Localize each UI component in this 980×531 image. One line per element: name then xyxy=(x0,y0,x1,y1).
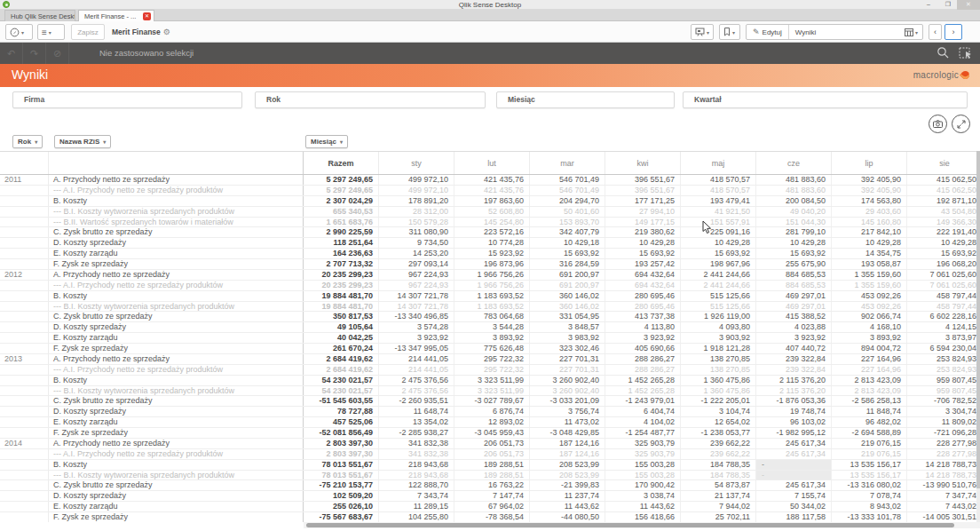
edit-label: Edytuj xyxy=(763,28,782,36)
column-header-lut[interactable]: lut xyxy=(454,152,530,174)
row-label-cell[interactable]: A. Przychody netto ze sprzedaży xyxy=(49,354,304,364)
scrollbar-thumb[interactable] xyxy=(306,523,954,527)
pivot-chip-rok[interactable]: Rok▾ xyxy=(12,135,43,148)
row-label-cell[interactable]: D. Koszty sprzedaży xyxy=(49,491,304,501)
column-header-sty[interactable]: sty xyxy=(379,152,454,174)
row-label-cell[interactable]: --- B.I. Koszty wytworzenia sprzedanych … xyxy=(49,207,304,217)
filter-rok[interactable]: Rok xyxy=(255,91,486,108)
row-label-cell[interactable]: B. Koszty xyxy=(49,291,304,301)
next-sheet-button[interactable]: › xyxy=(944,24,962,40)
row-label-cell[interactable]: C. Zysk brutto ze sprzedaży xyxy=(49,227,304,237)
value-cell: 7 155,74 xyxy=(756,491,832,501)
edit-button[interactable]: ✎ Edytuj xyxy=(747,25,788,39)
row-label-cell[interactable]: --- A.I. Przychody netto ze sprzedaży pr… xyxy=(49,281,304,290)
row-label-cell[interactable]: B. Koszty xyxy=(49,196,304,206)
vertical-scrollbar[interactable] xyxy=(976,151,980,522)
undo-selection-button[interactable]: ↶ xyxy=(0,43,23,64)
value-cell: 7 078,74 xyxy=(832,491,907,501)
row-label-cell[interactable]: --- A.I. Przychody netto ze sprzedaży pr… xyxy=(49,449,304,459)
bookmarks-button[interactable]: ▾ xyxy=(719,24,740,40)
window-title: Qlik Sense Desktop xyxy=(0,0,980,10)
year-cell[interactable]: 2011 xyxy=(0,175,49,185)
row-label-cell[interactable]: F. Zysk ze sprzedaży xyxy=(49,344,304,353)
year-cell[interactable]: 2014 xyxy=(0,439,49,448)
clear-selections-button[interactable]: ⊘ xyxy=(46,43,69,64)
row-label-cell[interactable]: F. Zysk ze sprzedaży xyxy=(49,428,304,438)
row-label-cell[interactable]: F. Zysk ze sprzedaży xyxy=(49,259,304,269)
save-button[interactable]: Zapisz xyxy=(71,24,105,40)
value-cell: -2 586 258,13 xyxy=(832,396,907,406)
row-label-cell[interactable]: E. Koszty zarządu xyxy=(49,333,304,343)
tab-close-icon[interactable]: ✕ xyxy=(143,12,151,20)
row-label-cell[interactable]: E. Koszty zarządu xyxy=(49,417,304,427)
scrollbar-thumb[interactable] xyxy=(976,151,980,488)
row-label-cell[interactable]: A. Przychody netto ze sprzedaży xyxy=(49,439,304,448)
close-window-button[interactable]: ✕ xyxy=(957,0,980,10)
filter-firma[interactable]: Firma xyxy=(12,91,242,108)
app-options-button[interactable]: ≡ ▾ xyxy=(37,24,65,40)
value-cell: 255 675,90 xyxy=(756,259,832,269)
value-cell: 360 146,02 xyxy=(530,291,605,301)
smart-search-icon[interactable] xyxy=(937,46,950,59)
row-label-cell[interactable]: A. Przychody netto ze sprzedaży xyxy=(49,175,304,185)
row-label-cell[interactable]: C. Zysk brutto ze sprzedaży xyxy=(49,480,304,490)
value-cell: 253 824,93 xyxy=(907,365,980,375)
redo-selection-button[interactable]: ↷ xyxy=(23,43,46,64)
value-cell: -75 567 683,67 xyxy=(304,512,379,522)
value-cell: 2 115 376,20 xyxy=(756,376,832,385)
row-label-cell[interactable]: C. Zysk brutto ze sprzedaży xyxy=(49,312,304,321)
value-cell: 21 137,74 xyxy=(681,491,756,501)
row-label-cell[interactable]: --- B.I. Koszty wytworzenia sprzedanych … xyxy=(49,471,304,480)
snapshot-button[interactable] xyxy=(929,115,947,133)
row-label-cell[interactable]: E. Koszty zarządu xyxy=(49,249,304,258)
row-label-cell[interactable]: --- A.I. Przychody netto ze sprzedaży pr… xyxy=(49,186,304,195)
year-cell[interactable]: 2013 xyxy=(0,354,49,364)
value-cell: 4 104,02 xyxy=(605,417,681,427)
chevron-down-icon: ▾ xyxy=(340,139,343,145)
previous-sheet-button[interactable]: ‹ xyxy=(929,24,942,40)
filter-miesiac[interactable]: Miesiąc xyxy=(496,91,675,108)
year-cell xyxy=(0,512,49,522)
selections-tool-icon[interactable] xyxy=(959,46,973,59)
pivot-row: C. Zysk brutto ze sprzedaży2 990 225,593… xyxy=(0,227,980,238)
horizontal-scrollbar[interactable] xyxy=(304,522,980,528)
column-header-kwi[interactable]: kwi xyxy=(605,152,681,174)
column-header-maj[interactable]: maj xyxy=(681,152,756,174)
row-label-cell[interactable]: --- B.II. Wartość sprzedanych towarów i … xyxy=(49,218,304,227)
minimize-button[interactable]: – xyxy=(920,0,937,10)
row-label-cell[interactable]: F. Zysk ze sprzedaży xyxy=(49,512,304,522)
row-label-cell[interactable]: B. Koszty xyxy=(49,460,304,470)
value-cell: 1 918 121,28 xyxy=(681,344,756,353)
column-header-lip[interactable]: lip xyxy=(832,152,907,174)
pivot-chip-miesiac[interactable]: Miesiąc▾ xyxy=(305,135,348,148)
row-label-cell[interactable]: A. Przychody netto ze sprzedaży xyxy=(49,270,304,280)
restore-button[interactable]: ❐ xyxy=(939,0,957,10)
column-header-mar[interactable]: mar xyxy=(530,152,605,174)
row-label-cell[interactable]: B. Koszty xyxy=(49,376,304,385)
pivot-chip-nazwa-rzis[interactable]: Nazwa RZiS▾ xyxy=(54,135,111,148)
column-header-sie[interactable]: sie xyxy=(907,152,980,174)
value-cell: -13 333 101,78 xyxy=(832,512,907,522)
year-cell[interactable]: 2012 xyxy=(0,270,49,280)
row-label-cell[interactable]: E. Koszty zarządu xyxy=(49,502,304,511)
value-cell: 225 091,16 xyxy=(681,227,756,237)
storytelling-button[interactable]: ▾ xyxy=(691,24,714,40)
gear-icon[interactable]: ⚙ xyxy=(163,28,170,36)
row-label-cell[interactable]: --- B.I. Koszty wytworzenia sprzedanych … xyxy=(49,386,304,396)
sheet-list-button[interactable]: ▾ xyxy=(900,28,922,36)
tab-merit-finanse[interactable]: Merit Finanse - ... ✕ xyxy=(78,10,154,21)
row-label-cell[interactable]: --- B.I. Koszty wytworzenia sprzedanych … xyxy=(49,302,304,312)
navigation-menu-button[interactable]: ▾ xyxy=(5,24,33,40)
sheet-navigation-group: ✎ Edytuj Wyniki ▾ xyxy=(746,24,923,40)
filter-kwartal[interactable]: Kwartał xyxy=(683,91,968,108)
column-header-cze[interactable]: cze xyxy=(756,152,832,174)
presentation-icon xyxy=(695,28,705,36)
row-label-cell[interactable]: D. Koszty sprzedaży xyxy=(49,238,304,248)
fullscreen-button[interactable] xyxy=(952,115,970,133)
value-cell: 54 230 021,57 xyxy=(304,386,379,396)
row-label-cell[interactable]: D. Koszty sprzedaży xyxy=(49,322,304,332)
row-label-cell[interactable]: --- A.I. Przychody netto ze sprzedaży pr… xyxy=(49,365,304,375)
tab-hub[interactable]: Hub Qlik Sense Desktop xyxy=(4,10,75,21)
row-label-cell[interactable]: D. Koszty sprzedaży xyxy=(49,407,304,416)
row-label-cell[interactable]: C. Zysk brutto ze sprzedaży xyxy=(49,396,304,406)
